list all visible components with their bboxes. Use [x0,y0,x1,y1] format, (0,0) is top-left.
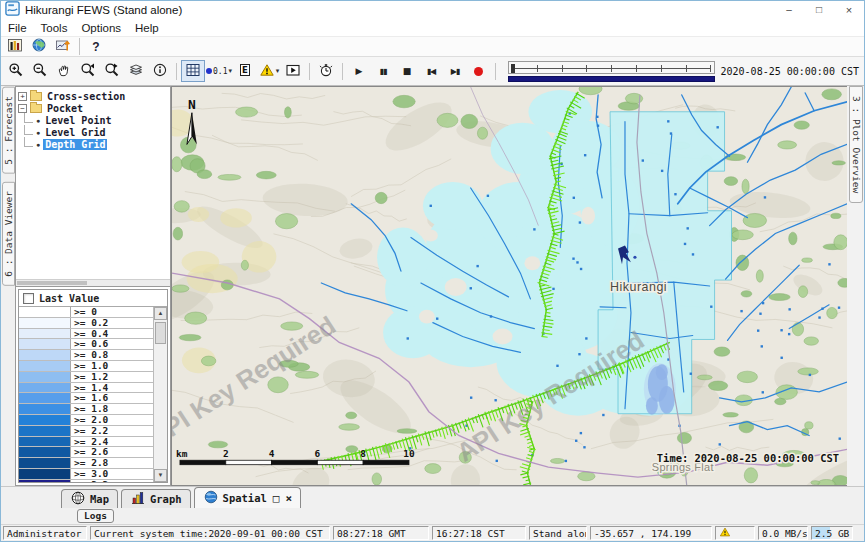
status-mode: Stand alone [529,526,587,540]
tree-node-label: Cross-section [45,91,127,102]
animation-button[interactable] [281,60,305,82]
step-forward-button[interactable]: ▶▮ [443,60,467,82]
database-logs-button[interactable] [3,36,27,58]
collapse-icon[interactable]: − [18,104,27,113]
timeline-thumb[interactable] [511,64,515,73]
menu-tools[interactable]: Tools [34,22,75,34]
timeline-track[interactable] [508,61,715,74]
layers-button[interactable] [124,60,148,82]
legend-label: >= 0.4 [71,329,153,339]
grid-button[interactable] [181,60,205,82]
timeline-tick [537,65,538,72]
database-logs-icon [7,37,23,56]
tab-map[interactable]: Map [61,489,118,508]
tab-restore-icon[interactable]: □ [273,492,280,505]
zoom-in-button[interactable] [4,60,28,82]
expand-icon[interactable]: + [18,92,27,101]
tree-node[interactable]: −Pocket [18,102,170,114]
globe-map-button[interactable] [27,36,51,58]
zoom-next-button[interactable] [100,60,124,82]
menu-bar: FileToolsOptionsHelp [1,19,864,36]
warning-button[interactable]: ▾ [257,60,281,82]
pan-hand-button[interactable] [52,60,76,82]
legend-label: >= 3.2 [71,480,153,482]
spatial-display-icon [55,37,71,56]
zoom-out-icon [32,62,48,81]
legend-swatch [19,350,71,360]
spatial-display-button[interactable] [51,36,75,58]
legend-swatch [19,404,71,414]
legend-scrollbar[interactable]: ▲ ▼ [153,307,167,482]
pause-icon: ▮▮ [380,67,387,76]
map-view[interactable]: API Key RequiredAPI Key RequiredNkm24681… [171,86,847,486]
zoom-previous-button[interactable] [76,60,100,82]
menu-file[interactable]: File [1,22,34,34]
folder-icon [30,104,42,113]
svg-text:10: 10 [403,448,415,459]
clock-button[interactable] [314,60,338,82]
legend-rows: >= 0>= 0.2>= 0.4>= 0.6>= 0.8>= 1.0>= 1.2… [19,307,153,482]
grid-icon [185,62,201,81]
side-tab-data-viewer[interactable]: 6 : Data Viewer [2,182,15,286]
play-button[interactable]: ▶ [347,60,371,82]
side-tab-plot-overview[interactable]: 3 : Plot Overview [849,86,863,203]
logs-tab[interactable]: Logs [77,509,114,523]
legend-swatch [19,437,71,447]
globe-wire-icon [70,490,86,508]
svg-text:6: 6 [315,448,321,459]
timeline-slider[interactable] [508,61,715,82]
legend-swatch [19,383,71,393]
legend-row[interactable]: >= 3.2 [19,480,153,482]
legend-row[interactable]: >= 2.2 [19,426,153,437]
last-value-checkbox[interactable] [23,293,34,304]
tab-graph[interactable]: Graph [121,489,191,508]
legend-label: >= 2.8 [71,458,153,468]
zoom-out-button[interactable] [28,60,52,82]
toolbar-separator [176,63,177,80]
scrollbar-thumb[interactable] [155,322,166,344]
scroll-up-icon[interactable]: ▲ [154,307,167,320]
tree-node[interactable]: +Cross-section [18,90,170,102]
tree-leaf[interactable]: ●Level Grid [18,126,170,138]
svg-text:km: km [176,448,188,459]
legend-label: >= 2.4 [71,437,153,447]
record-icon [474,67,483,76]
tree-leaf[interactable]: ●Depth Grid [18,138,170,150]
legend-row[interactable]: >= 0.2 [19,318,153,329]
maximize-button[interactable]: □ [804,1,834,19]
contour-dot-icon [206,68,212,74]
svg-text:4: 4 [269,448,275,459]
record-button[interactable] [467,60,491,82]
svg-text:2: 2 [223,448,229,459]
contour-dot-button[interactable]: 0.1▾ [205,60,233,82]
tree-horizontal-scrollbar[interactable] [16,279,170,286]
chevron-down-icon: ▾ [276,67,280,75]
legend-label: >= 0.6 [71,339,153,349]
tab-close-icon[interactable]: × [285,492,292,505]
tree-node-label: Pocket [45,103,85,114]
stop-button[interactable]: ■ [395,60,419,82]
tab-spatial[interactable]: Spatial□× [194,487,302,508]
step-backward-button[interactable]: ▮◀ [419,60,443,82]
tree-connector [24,125,33,135]
legend-label: >= 1.8 [71,404,153,414]
status-bandwidth: 0.0 MB/s [758,526,808,540]
info-button[interactable] [148,60,172,82]
legend-e-button[interactable]: E [233,60,257,82]
legend-row[interactable]: >= 1.2 [19,372,153,383]
timeline-date-label: 2020-08-25 00:00:00 CST [721,66,859,77]
legend-label: >= 0.8 [71,350,153,360]
timeline-tick [562,65,563,72]
side-tab-forecast[interactable]: 5 : Forecast [2,87,15,174]
tree-leaf[interactable]: ●Level Point [18,114,170,126]
app-icon [5,1,20,20]
menu-options[interactable]: Options [74,22,128,34]
minimize-button[interactable]: – [774,1,804,19]
close-button[interactable]: × [834,1,864,19]
menu-help[interactable]: Help [128,22,166,34]
pause-button[interactable]: ▮▮ [371,60,395,82]
warning-icon [259,62,275,81]
zoom-previous-icon [80,62,96,81]
help-button[interactable]: ? [84,36,108,58]
scroll-down-icon[interactable]: ▼ [154,469,167,482]
